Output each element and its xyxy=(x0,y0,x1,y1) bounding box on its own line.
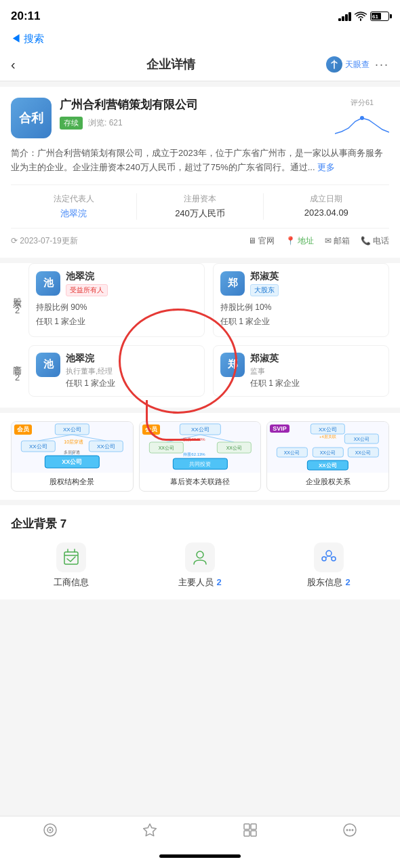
link-email[interactable]: ✉ 邮箱 xyxy=(325,235,350,247)
capital-value: 240万人民币 xyxy=(137,208,262,220)
svg-text:XX公司: XX公司 xyxy=(355,450,371,455)
svg-text:共同投资: 共同投资 xyxy=(189,461,211,467)
svg-rect-51 xyxy=(244,824,249,829)
status-bar: 20:11 61 xyxy=(0,0,400,30)
exec-role-2: 监事 xyxy=(250,366,382,376)
diagram-label-2: 幕后资本关联路径 xyxy=(140,473,261,491)
svg-line-17 xyxy=(200,435,234,442)
shareholders-label: 股东信息 xyxy=(307,576,342,589)
tianyancha-logo[interactable]: 天眼查 xyxy=(326,56,369,73)
diagram-2[interactable]: 会员 XX公司 XX公司 XX公司 投资48.89% 持股62.13% 共同投资 xyxy=(139,421,262,492)
svg-text:XX公司: XX公司 xyxy=(97,443,115,450)
sh-header-1: 池 池翠浣 受益所有人 xyxy=(36,271,197,296)
diagram-1[interactable]: 会员 XX公司 XX公司 XX公司 10层穿透 XX公司 多层穿透 xyxy=(11,421,134,492)
bg-item-shareholders[interactable]: 股东信息 2 xyxy=(268,542,389,589)
exec-work-2: 任职 1 家企业 xyxy=(250,378,382,389)
home-bar xyxy=(159,854,241,858)
svg-line-46 xyxy=(329,556,332,557)
svg-rect-52 xyxy=(251,824,256,829)
more-icon xyxy=(342,822,358,842)
key-info: 法定代表人 池翠浣 注册资本 240万人民币 成立日期 2023.04.09 xyxy=(11,184,389,220)
shareholders-grid: 池 池翠浣 受益所有人 持股比例 90% 任职 1 家企业 郑 xyxy=(28,263,389,337)
registered-capital: 注册资本 240万人民币 xyxy=(136,193,262,220)
update-row: ⟳ 2023-07-19更新 🖥 官网 📍 地址 ✉ 邮箱 📞 电话 xyxy=(11,228,389,247)
business-label: 工商信息 xyxy=(54,576,89,589)
link-website[interactable]: 🖥 官网 xyxy=(248,235,275,247)
diagrams-grid: 会员 XX公司 XX公司 XX公司 10层穿透 XX公司 多层穿透 xyxy=(11,421,389,492)
phone-icon: 📞 xyxy=(361,236,371,245)
legal-value[interactable]: 池翠浣 xyxy=(11,208,136,220)
exec-avatar-1: 池 xyxy=(36,353,60,377)
svg-text:XX公司: XX公司 xyxy=(320,450,336,455)
diagram-badge-3: SVIP xyxy=(270,425,289,433)
people-icon xyxy=(185,542,215,572)
sh-tag-2: 大股东 xyxy=(250,284,279,296)
battery-icon: 61 xyxy=(370,12,389,21)
status-badge: 存续 xyxy=(60,117,83,130)
home-indicator xyxy=(0,845,400,868)
business-icon xyxy=(56,542,86,572)
exec-role-1: 执行董事,经理 xyxy=(66,366,197,376)
more-button[interactable]: ··· xyxy=(375,58,389,72)
bg-item-people[interactable]: 主要人员 2 xyxy=(140,542,260,589)
sh-detail-1: 持股比例 90% 任职 1 家企业 xyxy=(36,300,197,330)
bg-item-business[interactable]: 工商信息 xyxy=(11,542,132,589)
svg-marker-50 xyxy=(144,824,157,836)
shareholders-label: 股东 2 xyxy=(11,291,23,317)
link-address[interactable]: 📍 地址 xyxy=(285,235,314,247)
score-label: 评分61 xyxy=(335,98,389,108)
executives-content: 池 池翠浣 执行董事,经理 任职 1 家企业 郑 郑淑英 监事 任职 1 家企业 xyxy=(28,345,389,397)
executives-label: 高管 2 xyxy=(11,358,23,384)
back-button[interactable]: ‹ xyxy=(11,57,16,73)
svg-point-41 xyxy=(197,551,203,558)
sh-name-wrap-1: 池翠浣 受益所有人 xyxy=(66,271,108,296)
shareholders-row: 股东 2 池 池翠浣 受益所有人 持股比例 90% 任职 1 家企业 xyxy=(11,263,389,345)
company-card: 合利 广州合利营销策划有限公司 存续 浏览: 621 评分61 简介：广州合利营… xyxy=(0,87,400,258)
shareholders-icon xyxy=(314,542,344,572)
desc-more[interactable]: 更多 xyxy=(317,162,335,172)
exec-name-1: 池翠浣 xyxy=(66,353,197,365)
back-search-label: ◀ 搜索 xyxy=(11,33,44,45)
shareholder-item-1[interactable]: 池 池翠浣 受益所有人 持股比例 90% 任职 1 家企业 xyxy=(28,263,205,337)
sh-header-2: 郑 郑淑英 大股东 xyxy=(220,271,382,296)
svg-rect-39 xyxy=(64,552,78,564)
svg-point-49 xyxy=(49,829,51,831)
svg-text:XX公司: XX公司 xyxy=(191,427,209,433)
svg-point-42 xyxy=(326,551,332,556)
company-description: 简介：广州合利营销策划有限公司，成立于2023年，位于广东省广州市，是一家以从事… xyxy=(11,146,389,175)
svg-text:XX公司: XX公司 xyxy=(354,437,369,441)
date-value: 2023.04.09 xyxy=(264,208,389,218)
svg-line-45 xyxy=(325,556,329,557)
header-right: 天眼查 ··· xyxy=(326,56,389,73)
signal-icon xyxy=(338,12,351,21)
exec-avatar-2: 郑 xyxy=(220,353,245,377)
svg-text:XX公司: XX公司 xyxy=(284,450,300,455)
shareholders-content: 池 池翠浣 受益所有人 持股比例 90% 任职 1 家企业 郑 xyxy=(28,263,389,345)
svg-point-57 xyxy=(349,829,351,831)
status-icons: 61 xyxy=(338,12,389,21)
company-info: 广州合利营销策划有限公司 存续 浏览: 621 xyxy=(60,98,327,130)
svg-text:XX公司: XX公司 xyxy=(63,427,81,433)
sh-avatar-2: 郑 xyxy=(220,271,245,296)
exec-info-1: 池翠浣 执行董事,经理 任职 1 家企业 xyxy=(66,353,197,389)
website-icon: 🖥 xyxy=(248,236,256,245)
sh-name-wrap-2: 郑淑英 大股东 xyxy=(250,271,279,296)
exec-name-2: 郑淑英 xyxy=(250,353,382,365)
exec-item-2[interactable]: 郑 郑淑英 监事 任职 1 家企业 xyxy=(213,345,389,397)
svg-rect-54 xyxy=(251,831,256,836)
sh-name-2: 郑淑英 xyxy=(250,271,279,283)
svg-text:XX公司: XX公司 xyxy=(62,458,82,465)
link-phone[interactable]: 📞 电话 xyxy=(361,235,389,247)
tianyancha-label: 天眼查 xyxy=(345,59,369,71)
update-links: 🖥 官网 📍 地址 ✉ 邮箱 📞 电话 xyxy=(248,235,389,247)
shareholder-item-2[interactable]: 郑 郑淑英 大股东 持股比例 10% 任职 1 家企业 xyxy=(213,263,389,337)
svg-text:XX公司: XX公司 xyxy=(29,443,47,450)
exec-item-1[interactable]: 池 池翠浣 执行董事,经理 任职 1 家企业 xyxy=(28,345,205,397)
diagram-3[interactable]: SVIP XX公司 +4层关联 XX公司 XX公司 XX公司 XX公司 XX公司 xyxy=(266,421,389,492)
address-icon: 📍 xyxy=(285,236,296,245)
diagram-label-1: 股权结构全景 xyxy=(12,473,133,491)
back-search[interactable]: ◀ 搜索 xyxy=(11,33,389,45)
background-icons: 工商信息 主要人员 2 xyxy=(11,542,389,589)
company-top: 合利 广州合利营销策划有限公司 存续 浏览: 621 评分61 xyxy=(11,98,389,138)
diagrams-section: 会员 XX公司 XX公司 XX公司 10层穿透 XX公司 多层穿透 xyxy=(0,413,400,500)
